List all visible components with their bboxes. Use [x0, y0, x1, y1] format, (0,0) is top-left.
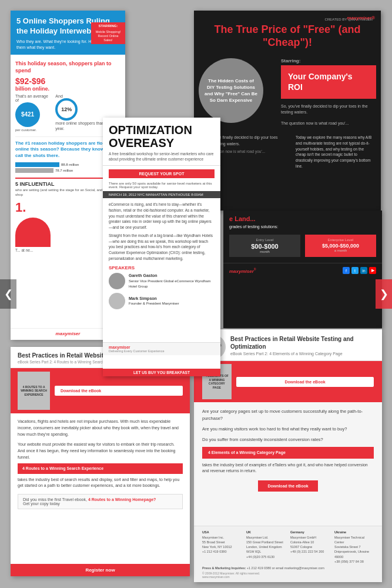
download-btn-2[interactable]: Download the eBook — [258, 480, 317, 492]
card-routes: Best Practices in Retail Website Testing… — [11, 347, 190, 576]
true-price-lower: So, you've finally decided to dip your t… — [194, 131, 381, 173]
optimization-title: OPTIMIZATION OVEREASY — [109, 123, 215, 149]
starring-label: Starring: — [281, 58, 376, 64]
social-icons: f t in ▶ — [343, 267, 376, 274]
true-price-right-text: Today we explore the many reasons why A/… — [296, 135, 375, 169]
best-practices-title: Best Practices in Retail Website Testing… — [202, 335, 374, 350]
speakers-label: SPEAKERS — [109, 265, 215, 270]
routes-download-button[interactable]: Download the eBook — [55, 386, 183, 396]
bar-fill-2 — [15, 168, 53, 173]
maxymiser-logo-bottom: maxymiser® — [229, 268, 256, 274]
percent-circle: 12% — [55, 98, 78, 121]
page-container: ❮ ❯ 5 Online Shoppers Ruling the Holiday… — [0, 0, 392, 588]
true-price-right-lower: Today we explore the many reasons why A/… — [290, 131, 381, 173]
spend-range: $92-$96 — [15, 76, 120, 86]
routes-body-text1: Vacations, flights and hotels are not im… — [18, 418, 183, 438]
price-lower-subtitle: grades of testing solutions: — [223, 225, 382, 232]
speaker-2: Mark Simpson Founder & President Maxymis… — [109, 293, 215, 309]
hidden-costs-box: The Hidden Costs of DIY Testing Solution… — [199, 58, 263, 123]
youtube-icon: ▶ — [369, 267, 376, 274]
optimization-logo-sub: Delivering Every Customer Experience — [109, 349, 215, 353]
pricing-row: Entry Level $00-$000 month Enterprise Le… — [223, 232, 382, 259]
best-practices-body: Are your category pages set up to move c… — [194, 402, 382, 497]
price-lower-title: e Land... — [223, 211, 382, 225]
optimization-body: eCommerce is rising, and it's here to st… — [103, 198, 220, 316]
missed-ebook-notice: Did you miss the first Travel ebook, 4 R… — [18, 494, 183, 509]
footer-contact: USA Maxymiser Inc. 55 Broad Street New Y… — [194, 526, 382, 582]
price-box-entry: Entry Level $00-$000 month — [229, 235, 300, 257]
enterprise-price: $5,000-$50,000 — [309, 243, 373, 249]
best-practices-q1: Are your category pages set up to move c… — [202, 408, 374, 422]
ebook-banner: 4 ELEMENTS OF A WINNING CATEGORY PAGE Do… — [194, 361, 382, 402]
spend-section: This holiday season, shoppers plan to sp… — [15, 61, 120, 91]
ebook-download-area: Download the eBook — [236, 377, 374, 387]
twitter-icon: t — [351, 267, 359, 274]
four-routes-label: 4 Routes to a Winning Search Experience — [18, 463, 183, 474]
speaker-1-avatar — [109, 273, 125, 289]
routes-body: Vacations, flights and hotels are not im… — [11, 413, 190, 514]
your-company-label: Your Company's ROI — [281, 65, 376, 98]
spend-suffix: billion online. — [15, 86, 120, 92]
speaker-1-info: Gareth Gaston Senior Vice President Glob… — [129, 273, 215, 289]
routes-body-text2: Your website must provide the easiest wa… — [18, 441, 183, 461]
card-best-practices: BUSINESS INSIDER Best Practices in Retai… — [194, 329, 382, 582]
per-customer: per customer. — [15, 128, 52, 132]
card-optimization: OPTIMIZATION OVEREASY A free breakfast w… — [103, 118, 220, 376]
price-lower-footer: maxymiser® f t in ▶ — [223, 263, 382, 278]
true-price-desc1: So, you've finally decided to dip your t… — [281, 103, 376, 116]
optimization-subtitle: A free breakfast workshop for senior-lev… — [109, 151, 215, 162]
routes-text: takes the industry best of search result… — [18, 477, 183, 489]
person-silhouette — [15, 218, 51, 247]
request-desc: There are only 50 spots available for se… — [103, 182, 220, 191]
entry-period: month — [233, 250, 297, 253]
request-spot-button[interactable]: REQUEST YOUR SPOT — [109, 169, 215, 178]
best-practices-q3: Do you suffer from consistently inconsis… — [202, 436, 374, 443]
optimization-body-text2: Straight from the mouth of a big brand—l… — [109, 233, 215, 262]
true-price-body: The Hidden Costs of DIY Testing Solution… — [194, 54, 381, 131]
nav-arrow-left[interactable]: ❮ — [0, 279, 16, 309]
facebook-icon: f — [343, 267, 350, 274]
enterprise-period: a month — [309, 249, 373, 252]
card-true-price: CREATED BY @MAXYMISER maxymiser® The Tru… — [194, 11, 381, 211]
optimization-body-text1: eCommerce is rising, and it's here to st… — [109, 202, 215, 230]
contact-columns: USA Maxymiser Inc. 55 Broad Street New Y… — [202, 530, 374, 564]
optimization-header: OPTIMIZATION OVEREASY A free breakfast w… — [103, 118, 220, 166]
speaker-2-info: Mark Simpson Founder & President Maxymis… — [129, 296, 179, 306]
card-price-lower: e Land... grades of testing solutions: E… — [223, 211, 382, 328]
optimization-footer-logo: maxymiser Delivering Every Customer Expe… — [103, 342, 220, 355]
press-inquiries: Press & Marketing Inquiries: +1 212 419 … — [202, 566, 374, 570]
nav-arrow-right[interactable]: ❯ — [376, 279, 392, 309]
register-button[interactable]: Register now — [11, 564, 190, 576]
contact-uk: UK Maxymiser Ltd. 150 Great Portland Str… — [246, 530, 286, 564]
missed-ebook-link[interactable]: 4 Routes to a Winning Homepage? — [88, 497, 156, 502]
card-holiday-starring: STARRING: Mobile Shopping! Record Online… — [91, 22, 125, 44]
contact-germany: Germany Maxymiser GmbH Colonia-Allee 10 … — [290, 530, 330, 564]
entry-price: $00-$000 — [233, 243, 297, 250]
avg-label: That's an average of — [15, 94, 52, 102]
routes-ebook-cover: 4 ROUTES TO A WINNING SEARCH EXPERIENCE — [18, 372, 50, 410]
download-ebook-button[interactable]: Download the eBook — [236, 377, 374, 387]
optimization-logo-text: maxymiser — [109, 345, 215, 349]
contact-usa: USA Maxymiser Inc. 55 Broad Street New Y… — [202, 530, 242, 564]
download-section: Download the eBook — [202, 479, 374, 492]
breakfast-footer: LET US BUY YOU BREAKFAST — [103, 369, 220, 376]
maxymiser-logo-top: maxymiser® — [347, 15, 375, 21]
speaker-2-avatar — [109, 293, 125, 309]
entry-level-label: Entry Level — [233, 238, 297, 242]
true-price-right: Starring: Your Company's ROI So, you've … — [276, 54, 381, 131]
speaker-1: Gareth Gaston Senior Vice President Glob… — [109, 273, 215, 289]
true-price-header: CREATED BY @MAXYMISER maxymiser® The Tru… — [194, 11, 381, 54]
price-box-enterprise: Enterprise Level $5,000-$50,000 a month — [305, 235, 376, 257]
season-text: This holiday season, shoppers plan to sp… — [15, 61, 120, 74]
routes-download-area: Download the eBook — [55, 386, 183, 396]
event-date-line: MARCH 19, 2012 NYC MANHATTAN PENTHOUSE 8… — [103, 191, 220, 198]
true-price-desc2: The question now is what road you'... — [281, 121, 376, 127]
copyright: © 2009-2012 Maxymiser. All rights reserv… — [202, 572, 374, 579]
best-practices-q2: Are you making visitors work too hard to… — [202, 426, 374, 433]
enterprise-level-label: Enterprise Level — [309, 238, 373, 242]
four-elements-label: 4 Elements of a Winning Category Page — [202, 447, 374, 459]
avg-amount: $421 — [15, 102, 40, 127]
bar-fill-1 — [15, 162, 59, 167]
true-price-title: The True Price of "Free" (and "Cheap")! — [202, 24, 373, 49]
best-practices-series: eBook Series Part 2: 4 Elements of a Win… — [202, 352, 374, 356]
